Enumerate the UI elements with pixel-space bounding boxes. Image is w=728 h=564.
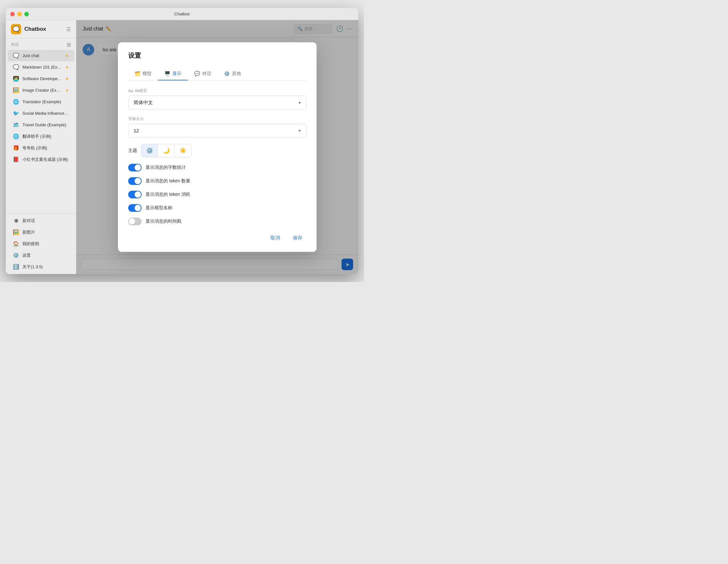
token-count-label: 显示消息的 token 数量 (145, 178, 190, 184)
image-icon: 🖼️ (13, 87, 19, 93)
kuakua-icon: 🎁 (13, 145, 19, 151)
star-icon: ★ (65, 77, 69, 81)
language-label-text: Aa语言 (135, 88, 147, 94)
token-cost-label: 显示消息的 token 消耗 (145, 192, 190, 197)
display-tab-icon: 🖥️ (164, 71, 170, 77)
sidebar-item-travel-guide[interactable]: 🗺️ Travel Guide (Example) (8, 119, 74, 130)
sidebar-item-label: Travel Guide (Example) (22, 122, 69, 127)
chat-icon: 🗨️ (13, 53, 19, 59)
model-name-label: 显示模型名称 (145, 205, 172, 211)
sidebar-item-image-creator[interactable]: 🖼️ Image Creator (Exa... ★ (8, 85, 74, 96)
save-button[interactable]: 保存 (289, 233, 306, 243)
conversation-tab-icon: 💬 (194, 71, 200, 77)
maximize-button[interactable] (24, 12, 29, 16)
language-label-icon: Aa (128, 89, 133, 93)
window-controls (10, 12, 29, 16)
sidebar-item-translator[interactable]: 🌐 Translator (Example) (8, 96, 74, 107)
app-logo: 🗨️ (11, 24, 21, 34)
conversation-tab-label: 对话 (202, 71, 211, 77)
about-button[interactable]: ℹ️ 关于(1.3.5) (8, 261, 74, 272)
sidebar-item-label: Social Media Influencer... (22, 111, 69, 116)
star-icon: ★ (65, 54, 69, 58)
sidebar-item-label: Just chat (22, 53, 62, 58)
add-conversation-button[interactable]: ⊞ (67, 42, 71, 48)
sidebar-item-just-chat[interactable]: 🗨️ Just chat ★ (8, 50, 74, 61)
timestamp-toggle[interactable] (128, 218, 142, 225)
toggle-model-name: 显示模型名称 (128, 204, 306, 212)
sidebar-item-label: Translator (Example) (22, 99, 69, 104)
window-title: Chatbox (174, 12, 190, 16)
titlebar: Chatbox (6, 8, 358, 20)
font-size-value: 12 (134, 128, 139, 133)
theme-dark-button[interactable]: 🌙 (158, 144, 175, 157)
toggle-word-count: 显示消息的字数统计 (128, 164, 306, 171)
closet-icon: 🏠 (13, 241, 19, 247)
language-field: Aa Aa语言 简体中文 ▾ (128, 88, 306, 110)
theme-buttons: ⚙️ 🌙 ☀️ (141, 144, 192, 157)
sidebar-item-label: 小红书文案生成器 (示例) (22, 157, 69, 162)
sidebar-item-social-media[interactable]: 🐦 Social Media Influencer... (8, 108, 74, 119)
theme-label: 主题 (128, 148, 137, 153)
image-icon: 🖼️ (13, 229, 19, 235)
font-size-select[interactable]: 12 ▾ (128, 124, 306, 137)
new-chat-button[interactable]: ⊕ 新对话 (8, 215, 74, 226)
travel-icon: 🗺️ (13, 122, 19, 128)
tab-other[interactable]: ⚙️ 其他 (218, 68, 247, 80)
language-value: 简体中文 (134, 100, 153, 106)
sidebar-item-software-dev[interactable]: 🧑‍💻 Software Developer (... ★ (8, 73, 74, 84)
theme-row: 主题 ⚙️ 🌙 ☀️ (128, 144, 306, 157)
font-size-label: 字体大小 (128, 116, 306, 122)
toggle-token-cost: 显示消息的 token 消耗 (128, 191, 306, 198)
settings-button[interactable]: ⚙️ 设置 (8, 250, 74, 261)
social-icon: 🐦 (13, 110, 19, 116)
my-closet-button[interactable]: 🏠 我的搭档 (8, 238, 74, 249)
word-count-toggle[interactable] (128, 164, 142, 171)
model-name-toggle[interactable] (128, 204, 142, 212)
tab-display[interactable]: 🖥️ 显示 (158, 68, 188, 80)
toggle-timestamp: 显示消息的时间戳 (128, 218, 306, 225)
sidebar-item-label: 夸夸机 (示例) (22, 145, 69, 151)
content-area: Just chat ✏️ 🔍 搜索... 🕐 ··· A lso ask m (76, 20, 358, 274)
modal-footer: 取消 保存 (128, 233, 306, 243)
theme-light-button[interactable]: ☀️ (175, 144, 191, 157)
sidebar-header: 🗨️ Chatbox ☰ (6, 20, 76, 38)
sidebar-item-kuakua[interactable]: 🎁 夸夸机 (示例) (8, 142, 74, 153)
collapse-sidebar-button[interactable]: ☰ (66, 26, 71, 32)
language-select[interactable]: 简体中文 ▾ (128, 95, 306, 110)
new-image-button[interactable]: 🖼️ 新图片 (8, 227, 74, 238)
chat-icon: 🗨️ (13, 64, 19, 70)
settings-modal: 设置 🗂️ 模型 🖥️ 显示 💬 对话 (118, 42, 317, 252)
minimize-button[interactable] (17, 12, 22, 16)
other-tab-icon: ⚙️ (224, 71, 230, 77)
sidebar-item-fanyi[interactable]: 🌐 翻译助手 (示例) (8, 131, 74, 142)
sidebar: 🗨️ Chatbox ☰ 对话 ⊞ 🗨️ Just chat ★ 🗨️ Mark… (6, 20, 76, 274)
tab-conversation[interactable]: 💬 对话 (188, 68, 218, 80)
token-cost-toggle[interactable] (128, 191, 142, 198)
token-count-toggle[interactable] (128, 177, 142, 185)
star-icon: ★ (65, 65, 69, 70)
logo-icon: 🗨️ (12, 26, 20, 33)
language-label: Aa Aa语言 (128, 88, 306, 94)
theme-system-button[interactable]: ⚙️ (141, 144, 158, 157)
settings-label: 设置 (22, 253, 31, 258)
new-image-label: 新图片 (22, 229, 35, 235)
app-name: Chatbox (24, 26, 46, 32)
app-window: Chatbox 🗨️ Chatbox ☰ 对话 ⊞ 🗨️ Just chat ★ (6, 8, 358, 274)
gear-icon: ⚙️ (13, 252, 19, 258)
translator-icon: 🌐 (13, 99, 19, 105)
modal-tabs: 🗂️ 模型 🖥️ 显示 💬 对话 ⚙️ 其 (128, 68, 306, 80)
font-size-field: 字体大小 12 ▾ (128, 116, 306, 137)
sidebar-item-label: Software Developer (... (22, 76, 62, 81)
toggle-token-count: 显示消息的 token 数量 (128, 177, 306, 185)
sidebar-item-markdown[interactable]: 🗨️ Markdown 101 (Exa... ★ (8, 62, 74, 73)
cancel-button[interactable]: 取消 (267, 233, 284, 243)
modal-title: 设置 (128, 51, 306, 60)
plus-icon: ⊕ (13, 218, 19, 224)
display-tab-label: 显示 (172, 71, 181, 77)
tab-model[interactable]: 🗂️ 模型 (128, 68, 158, 80)
sidebar-item-label: Markdown 101 (Exa... (22, 65, 62, 70)
close-button[interactable] (10, 12, 15, 16)
modal-overlay[interactable]: 设置 🗂️ 模型 🖥️ 显示 💬 对话 (76, 20, 358, 274)
sidebar-item-xiaohongshu[interactable]: 📕 小红书文案生成器 (示例) (8, 154, 74, 165)
about-label: 关于(1.3.5) (22, 264, 43, 270)
